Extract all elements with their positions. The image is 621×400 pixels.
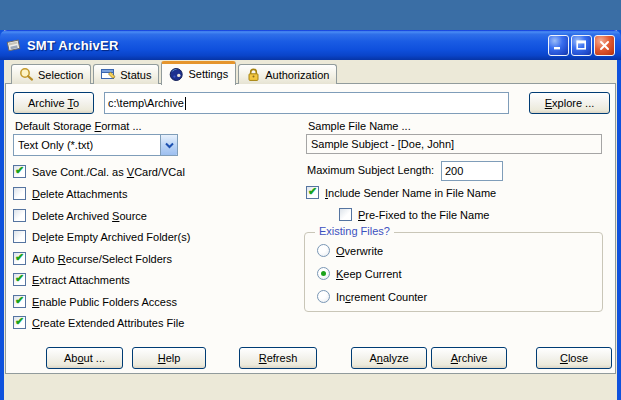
explore-label: Explore ... xyxy=(545,97,595,109)
about-label: About ... xyxy=(64,352,105,364)
titlebar[interactable]: SMT ArchivER xyxy=(0,30,621,60)
radio-keep-current[interactable]: Keep Current xyxy=(317,267,401,280)
close-icon[interactable] xyxy=(594,35,615,56)
tab-selection[interactable]: Selection xyxy=(11,64,91,84)
existing-files-title: Existing Files? xyxy=(315,225,394,237)
subject-length-input[interactable]: 200 xyxy=(441,161,503,181)
explore-button[interactable]: Explore ... xyxy=(529,92,610,114)
archive-to-label: Archive To xyxy=(28,97,79,109)
checkbox-box xyxy=(13,316,26,329)
tab-bar: Selection Status Settings xyxy=(11,62,339,84)
checkbox-box xyxy=(339,208,352,221)
tab-settings[interactable]: Settings xyxy=(161,61,236,85)
checkbox-prefixed[interactable]: Pre-Fixed to the File Name xyxy=(339,208,489,221)
checkbox-label: Delete Archived Source xyxy=(32,210,147,222)
checkbox-label: Include Sender Name in File Name xyxy=(325,187,496,199)
archive-label: Archive xyxy=(451,352,488,364)
storage-format-label: Default Storage Format ... xyxy=(15,120,142,132)
subject-length-value: 200 xyxy=(445,165,463,177)
checkbox-auto-recurse[interactable]: Auto Recurse/Select Folders xyxy=(13,252,172,265)
checkbox-label: Save Cont./Cal. as VCard/VCal xyxy=(32,166,185,178)
checkbox-label: Delete Attachments xyxy=(32,188,127,200)
radio-overwrite[interactable]: Overwrite xyxy=(317,244,383,257)
radio-circle xyxy=(317,290,330,303)
minimize-button[interactable] xyxy=(548,35,569,56)
archive-path-input[interactable]: c:\temp\Archive xyxy=(104,92,509,114)
checkbox-include-sender[interactable]: Include Sender Name in File Name xyxy=(306,186,496,199)
checkbox-box xyxy=(13,187,26,200)
checkbox-label: Create Extended Attributes File xyxy=(32,317,184,329)
analyze-button[interactable]: Analyze xyxy=(351,347,427,369)
storage-format-value: Text Only (*.txt) xyxy=(14,139,160,151)
about-button[interactable]: About ... xyxy=(46,347,123,369)
checkbox-public-folders[interactable]: Enable Public Folders Access xyxy=(13,295,177,308)
chevron-down-icon[interactable] xyxy=(160,135,177,155)
checkbox-label: Auto Recurse/Select Folders xyxy=(32,253,172,265)
status-window-icon xyxy=(101,67,116,82)
settings-tab-page: Archive To c:\temp\Archive Explore ... D… xyxy=(5,83,616,374)
maximize-button[interactable] xyxy=(571,35,592,56)
close-button[interactable]: Close xyxy=(536,347,612,369)
window-title: SMT ArchivER xyxy=(27,38,119,53)
checkbox-label: Enable Public Folders Access xyxy=(32,296,177,308)
checkbox-label: Pre-Fixed to the File Name xyxy=(358,209,489,221)
tab-label: Status xyxy=(120,69,151,81)
subject-length-label: Maximum Subject Length: xyxy=(307,164,434,176)
radio-label: Keep Current xyxy=(336,268,401,280)
checkbox-label: Delete Empty Archived Folder(s) xyxy=(32,231,190,243)
text-caret xyxy=(185,97,186,110)
analyze-label: Analyze xyxy=(369,352,408,364)
radio-label: Overwrite xyxy=(336,245,383,257)
archive-to-button[interactable]: Archive To xyxy=(13,92,94,114)
sample-file-label: Sample File Name ... xyxy=(308,120,411,132)
globe-icon xyxy=(169,67,184,82)
checkbox-box xyxy=(13,295,26,308)
checkbox-box xyxy=(13,209,26,222)
existing-files-group: Existing Files? Overwrite Keep Current I… xyxy=(304,232,603,312)
tab-label: Authorization xyxy=(265,69,329,81)
checkbox-label: Extract Attachments xyxy=(32,274,130,286)
close-label: Close xyxy=(560,352,588,364)
checkbox-box xyxy=(13,252,26,265)
radio-circle xyxy=(317,244,330,257)
app-icon xyxy=(6,37,22,53)
refresh-label: Refresh xyxy=(259,352,298,364)
archive-path-value: c:\temp\Archive xyxy=(108,97,184,109)
tab-label: Settings xyxy=(188,68,228,80)
app-window: SMT ArchivER Selection xyxy=(0,30,621,400)
storage-format-dropdown[interactable]: Text Only (*.txt) xyxy=(13,134,178,156)
archive-button[interactable]: Archive xyxy=(431,347,507,369)
help-button[interactable]: Help xyxy=(132,347,206,369)
checkbox-delete-attachments[interactable]: Delete Attachments xyxy=(13,187,127,200)
radio-circle xyxy=(317,267,330,280)
checkbox-delete-archived-source[interactable]: Delete Archived Source xyxy=(13,209,147,222)
checkbox-box xyxy=(13,165,26,178)
sample-file-value: Sample Subject - [Doe, John] xyxy=(306,134,602,154)
radio-increment-counter[interactable]: Increment Counter xyxy=(317,290,427,303)
magnifier-icon xyxy=(19,67,34,82)
padlock-icon xyxy=(246,67,261,82)
checkbox-save-vcard[interactable]: Save Cont./Cal. as VCard/VCal xyxy=(13,165,185,178)
tab-label: Selection xyxy=(38,69,83,81)
checkbox-extract-attachments[interactable]: Extract Attachments xyxy=(13,273,130,286)
checkbox-delete-empty-folders[interactable]: Delete Empty Archived Folder(s) xyxy=(13,230,190,243)
refresh-button[interactable]: Refresh xyxy=(239,347,317,369)
radio-label: Increment Counter xyxy=(336,291,427,303)
tab-status[interactable]: Status xyxy=(93,64,159,84)
checkbox-box xyxy=(13,230,26,243)
tab-authorization[interactable]: Authorization xyxy=(238,64,337,84)
help-label: Help xyxy=(158,352,181,364)
checkbox-box xyxy=(306,186,319,199)
checkbox-box xyxy=(13,273,26,286)
checkbox-extended-attributes[interactable]: Create Extended Attributes File xyxy=(13,316,184,329)
